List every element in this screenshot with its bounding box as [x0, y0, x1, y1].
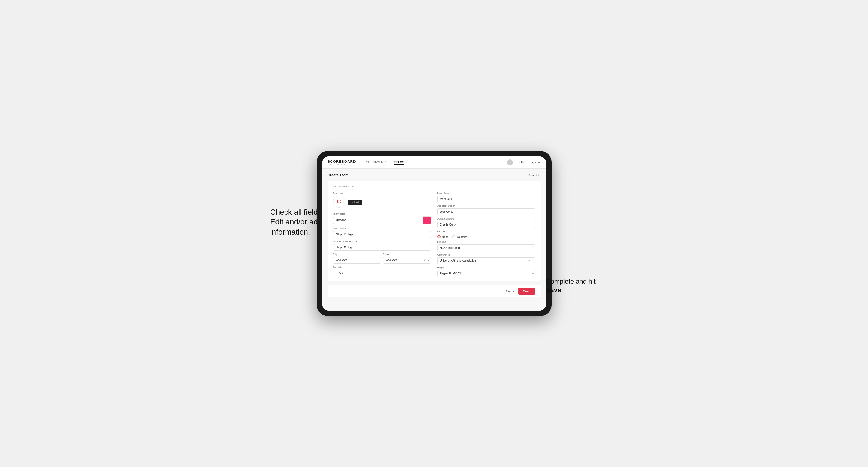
zip-group: Zip code [333, 266, 431, 276]
colour-input-row [333, 216, 431, 224]
team-logo-group: Team logo C Upload [333, 192, 431, 209]
gender-radio-group: Mens Womens [437, 234, 535, 239]
annotation-right-prefix: Complete and hit [546, 278, 595, 285]
save-button[interactable]: Save [518, 287, 535, 295]
close-icon: ✕ [538, 173, 540, 177]
head-coach-input[interactable] [437, 195, 535, 203]
assistant-coach-group: Assistant Coach [437, 205, 535, 215]
region-select-wrapper: Region II - (M) DIII ✕ ▾ [437, 270, 535, 277]
annotation-text-left: Check all fields. Edit and/or add inform… [270, 208, 324, 236]
logo-row: C Upload [333, 195, 431, 209]
brand-logo: SCOREBOARD Powered by clippd [328, 160, 356, 165]
state-select-wrapper: New York ✕ ▾ [383, 257, 431, 263]
upload-button[interactable]: Upload [348, 199, 362, 205]
right-column: Head Coach Assistant Coach Athletic Dire… [437, 192, 535, 277]
nav-teams[interactable]: TEAMS [394, 160, 404, 165]
user-avatar: T [507, 159, 513, 165]
head-coach-label: Head Coach [437, 192, 535, 194]
page-content: Create Team Cancel ✕ TEAM DETAILS [322, 168, 546, 311]
tablet-screen: SCOREBOARD Powered by clippd TOURNAMENTS… [322, 156, 546, 311]
division-arrow-icon: ▾ [532, 247, 533, 249]
city-state-section: City State New York [333, 253, 431, 263]
gender-mens-label: Mens [442, 236, 448, 239]
zip-label: Zip code [333, 266, 431, 269]
region-select[interactable]: Region II - (M) DIII [437, 270, 535, 277]
athletic-director-label: Athletic Director [437, 217, 535, 220]
team-colour-label: Team colour [333, 213, 431, 215]
athletic-director-group: Athletic Director [437, 217, 535, 228]
region-group: Region Region II - (M) DIII ✕ ▾ [437, 266, 535, 277]
form-grid: Team logo C Upload Team colo [333, 192, 535, 277]
athletic-director-input[interactable] [437, 221, 535, 228]
team-name-group: Team name [333, 227, 431, 238]
gender-group: Gender Mens Womens [437, 230, 535, 239]
gender-mens-radio[interactable] [437, 235, 441, 239]
annotation-right-suffix: . [561, 286, 563, 293]
annotation-right-bold: Save [546, 286, 561, 293]
navbar-right: T Test User | Sign out [507, 159, 540, 165]
gender-womens-option[interactable]: Womens [452, 235, 467, 239]
region-label: Region [437, 266, 535, 269]
assistant-coach-input[interactable] [437, 208, 535, 215]
city-label: City [333, 253, 381, 256]
state-group: State New York ✕ ▾ [383, 253, 431, 263]
cancel-button[interactable]: Cancel [506, 289, 516, 293]
colour-swatch[interactable] [423, 216, 431, 224]
division-select[interactable]: NCAA Division III [437, 244, 535, 251]
division-group: Division NCAA Division III ▾ [437, 241, 535, 251]
team-colour-group: Team colour [333, 213, 431, 224]
logo-letter: C [337, 198, 341, 205]
sign-out-link[interactable]: Sign out [530, 161, 540, 164]
navbar: SCOREBOARD Powered by clippd TOURNAMENTS… [322, 156, 546, 168]
gender-womens-label: Womens [457, 236, 467, 239]
cancel-top-button[interactable]: Cancel ✕ [528, 173, 540, 177]
city-group: City [333, 253, 381, 263]
form-card: TEAM DETAILS Team logo C [328, 181, 540, 281]
conference-select-wrapper: University Athletic Association ✕ ▾ [437, 257, 535, 264]
city-state-row: City State New York [333, 253, 431, 263]
team-name-input[interactable] [333, 231, 431, 238]
state-label: State [383, 253, 431, 256]
region-arrow-icon: ▾ [532, 272, 533, 275]
conference-group: Conference University Athletic Associati… [437, 253, 535, 264]
gender-womens-radio[interactable] [452, 235, 456, 239]
colour-input[interactable] [333, 217, 423, 224]
nav-tournaments[interactable]: TOURNAMENTS [364, 160, 387, 165]
state-arrow-icon: ▾ [428, 259, 429, 261]
team-logo-label: Team logo [333, 192, 431, 194]
left-column: Team logo C Upload Team colo [333, 192, 431, 277]
page-header: Create Team Cancel ✕ [328, 173, 540, 177]
cancel-top-label: Cancel [528, 174, 537, 177]
display-name-input[interactable] [333, 244, 431, 251]
assistant-coach-label: Assistant Coach [437, 205, 535, 207]
division-select-wrapper: NCAA Division III ▾ [437, 244, 535, 251]
tablet-frame: SCOREBOARD Powered by clippd TOURNAMENTS… [317, 151, 552, 316]
zip-input[interactable] [333, 270, 431, 276]
navbar-links: TOURNAMENTS TEAMS [364, 160, 507, 165]
display-name-group: Display name (unique) [333, 240, 431, 251]
state-clear-icon[interactable]: ✕ [424, 259, 426, 261]
conference-select[interactable]: University Athletic Association [437, 257, 535, 264]
city-input[interactable] [333, 257, 381, 263]
annotation-text-right: Complete and hit Save. [546, 278, 595, 293]
brand-name: SCOREBOARD [328, 160, 356, 163]
head-coach-group: Head Coach [437, 192, 535, 203]
team-name-label: Team name [333, 227, 431, 230]
logo-preview: C [333, 195, 345, 208]
user-label: Test User | [515, 161, 528, 164]
right-annotation: Complete and hit Save. [546, 277, 601, 294]
page-title: Create Team [328, 173, 349, 177]
section-label: TEAM DETAILS [333, 185, 535, 188]
conference-clear-icon[interactable]: ✕ [528, 259, 530, 262]
region-clear-icon[interactable]: ✕ [528, 272, 530, 275]
conference-arrow-icon: ▾ [532, 259, 533, 262]
conference-label: Conference [437, 253, 535, 256]
gender-mens-option[interactable]: Mens [437, 235, 448, 239]
division-label: Division [437, 241, 535, 243]
form-footer: Cancel Save [328, 285, 540, 298]
brand-sub: Powered by clippd [328, 163, 356, 165]
display-name-label: Display name (unique) [333, 240, 431, 243]
gender-label: Gender [437, 230, 535, 233]
